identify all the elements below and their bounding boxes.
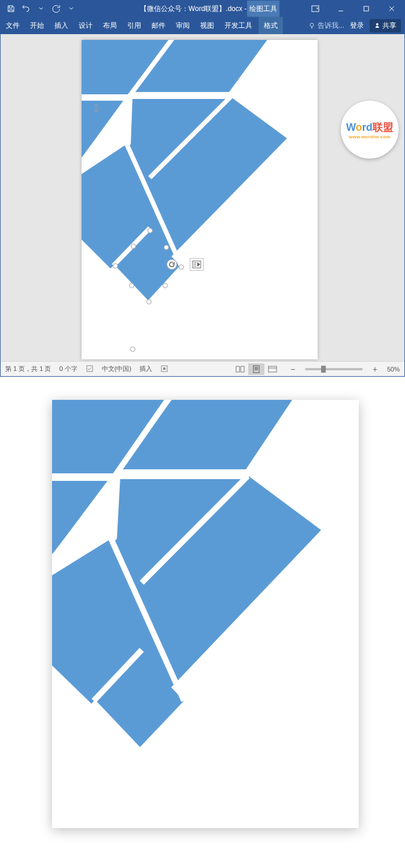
close-icon bbox=[388, 5, 395, 12]
redo-icon bbox=[52, 5, 60, 13]
resize-handle-n[interactable] bbox=[148, 228, 153, 233]
share-icon bbox=[374, 23, 380, 28]
shape-composition bbox=[82, 40, 318, 359]
undo-button[interactable] bbox=[19, 2, 33, 16]
close-button[interactable] bbox=[379, 1, 404, 17]
rotate-handle[interactable] bbox=[167, 259, 177, 270]
status-insert-mode[interactable]: 插入 bbox=[139, 365, 152, 373]
tab-review[interactable]: 审阅 bbox=[171, 17, 195, 34]
rotate-icon bbox=[168, 261, 175, 268]
window-controls bbox=[303, 1, 404, 17]
minimize-icon bbox=[337, 5, 344, 12]
anchor-icon bbox=[92, 104, 100, 115]
ribbon-tabs: 文件 开始 插入 设计 布局 引用 邮件 审阅 视图 开发工具 格式 告诉我..… bbox=[1, 17, 404, 34]
save-icon bbox=[7, 5, 15, 13]
status-spellcheck-icon[interactable] bbox=[86, 365, 94, 374]
restore-icon bbox=[363, 5, 370, 12]
tab-layout[interactable]: 布局 bbox=[98, 17, 122, 34]
ribbon-display-options-button[interactable] bbox=[303, 1, 328, 17]
status-macro-icon[interactable] bbox=[160, 365, 168, 374]
document-page[interactable] bbox=[82, 40, 318, 359]
logo-line2: www.wordlm.com bbox=[349, 134, 391, 139]
tell-me-search[interactable]: 告诉我... bbox=[308, 21, 344, 31]
titlebar: 【微信公众号：Word联盟】.docx - Word 绘图工具 bbox=[1, 1, 404, 17]
status-word-count[interactable]: 0 个字 bbox=[59, 365, 77, 373]
zoom-slider[interactable] bbox=[305, 368, 363, 370]
undo-icon bbox=[22, 5, 30, 13]
shape-composition-large bbox=[52, 400, 359, 828]
resize-handle-se[interactable] bbox=[163, 283, 168, 288]
svg-rect-18 bbox=[163, 367, 165, 370]
resize-handle-ne[interactable] bbox=[164, 245, 169, 250]
view-mode-buttons bbox=[232, 363, 281, 375]
layout-options-icon bbox=[192, 260, 201, 269]
logo-watermark: Word联盟 www.wordlm.com bbox=[341, 101, 399, 159]
contextual-tab-group-drawing: 绘图工具 bbox=[247, 1, 279, 17]
word-app-window: 【微信公众号：Word联盟】.docx - Word 绘图工具 文件 开始 插入… bbox=[0, 0, 405, 377]
tell-me-label: 告诉我... bbox=[318, 21, 344, 31]
restore-button[interactable] bbox=[354, 1, 379, 17]
save-button[interactable] bbox=[4, 2, 18, 16]
resize-handle-extra[interactable] bbox=[130, 347, 135, 352]
enlarged-preview-wrap bbox=[0, 377, 405, 851]
tab-file[interactable]: 文件 bbox=[1, 17, 25, 34]
qat-customize[interactable] bbox=[64, 2, 78, 16]
tab-view[interactable]: 视图 bbox=[195, 17, 219, 34]
resize-handle-nw[interactable] bbox=[131, 244, 136, 249]
view-web-layout[interactable] bbox=[264, 363, 281, 375]
zoom-out-button[interactable]: − bbox=[289, 365, 297, 374]
logo-line1: Word联盟 bbox=[346, 120, 393, 134]
layout-options-button[interactable] bbox=[190, 258, 204, 271]
zoom-level[interactable]: 50% bbox=[387, 366, 400, 373]
share-button[interactable]: 共享 bbox=[370, 19, 401, 32]
resize-handle-s[interactable] bbox=[146, 299, 152, 304]
svg-point-15 bbox=[95, 104, 97, 106]
minimize-button[interactable] bbox=[328, 1, 354, 17]
svg-point-3 bbox=[376, 23, 378, 25]
resize-handle-sw[interactable] bbox=[129, 283, 134, 288]
sign-in-link[interactable]: 登录 bbox=[350, 21, 364, 31]
tab-home[interactable]: 开始 bbox=[25, 17, 49, 34]
svg-rect-1 bbox=[364, 6, 369, 11]
status-bar: 第 1 页，共 1 页 0 个字 中文(中国) 插入 − + 50% bbox=[1, 361, 404, 376]
ribbon-options-icon bbox=[311, 5, 319, 12]
resize-handle-e[interactable] bbox=[179, 264, 184, 270]
lightbulb-icon bbox=[308, 22, 315, 29]
tab-design[interactable]: 设计 bbox=[73, 17, 98, 34]
resize-handle-w[interactable] bbox=[113, 263, 118, 269]
zoom-in-button[interactable]: + bbox=[371, 365, 379, 374]
tab-mailings[interactable]: 邮件 bbox=[146, 17, 171, 34]
tab-insert[interactable]: 插入 bbox=[49, 17, 73, 34]
undo-dropdown[interactable] bbox=[34, 2, 48, 16]
document-area[interactable]: Word联盟 www.wordlm.com bbox=[1, 34, 404, 361]
view-print-layout[interactable] bbox=[248, 363, 264, 375]
redo-button[interactable] bbox=[49, 2, 63, 16]
enlarged-page bbox=[52, 400, 359, 828]
chevron-down-icon bbox=[39, 6, 43, 11]
tab-references[interactable]: 引用 bbox=[122, 17, 146, 34]
svg-point-2 bbox=[310, 23, 314, 27]
chevron-down-icon bbox=[69, 6, 73, 11]
svg-rect-20 bbox=[268, 366, 277, 372]
share-label: 共享 bbox=[382, 21, 396, 31]
status-language[interactable]: 中文(中国) bbox=[102, 365, 131, 373]
tab-developer[interactable]: 开发工具 bbox=[219, 17, 257, 34]
svg-rect-19 bbox=[253, 366, 259, 373]
tab-format[interactable]: 格式 bbox=[259, 17, 283, 34]
zoom-slider-thumb[interactable] bbox=[321, 366, 326, 373]
quick-access-toolbar bbox=[1, 2, 82, 16]
status-page[interactable]: 第 1 页，共 1 页 bbox=[5, 365, 51, 373]
view-read-mode[interactable] bbox=[232, 363, 248, 375]
